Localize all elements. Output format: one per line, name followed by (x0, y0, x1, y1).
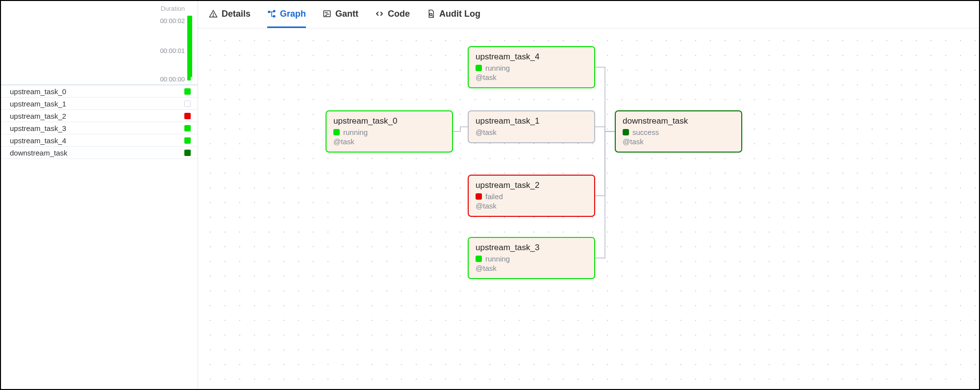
node-title: upstream_task_1 (476, 116, 587, 126)
duration-tick: 00:00:02 (160, 17, 185, 24)
edge-upstream_task_4-downstream_task (595, 67, 615, 131)
node-decorator: @task (623, 137, 734, 146)
graph-node-downstream_task[interactable]: downstream_tasksuccess@task (615, 110, 742, 153)
node-status-label: running (485, 255, 510, 263)
main-panel: DetailsGraphGanttCodeAudit Log upstream_… (198, 1, 979, 389)
tab-label: Gantt (335, 9, 358, 19)
task-row-label: upstream_task_4 (10, 136, 66, 145)
status-chip-running (184, 125, 191, 131)
tab-gantt[interactable]: Gantt (323, 1, 358, 28)
node-status-label: failed (485, 192, 503, 201)
duration-axis: 00:00:02 00:00:01 00:00:00 (1, 14, 185, 80)
edge-upstream_task_2-downstream_task (595, 131, 615, 196)
task-row-downstream_task[interactable]: downstream_task (1, 147, 198, 159)
code-icon (375, 9, 384, 18)
node-status: failed (476, 192, 587, 201)
sidebar: Duration 00:00:02 00:00:01 00:00:00 upst… (1, 1, 198, 389)
node-title: downstream_task (623, 116, 734, 126)
node-decorator: @task (333, 137, 445, 146)
task-list: upstream_task_0upstream_task_1upstream_t… (1, 85, 198, 159)
node-status-label: success (632, 128, 659, 136)
task-row-label: upstream_task_1 (10, 100, 66, 108)
node-status: running (333, 128, 445, 136)
tab-details[interactable]: Details (209, 1, 251, 28)
task-row-label: upstream_task_3 (10, 124, 66, 132)
details-icon (209, 9, 218, 18)
node-decorator: @task (476, 128, 587, 136)
svg-rect-2 (268, 11, 271, 13)
node-title: upstream_task_3 (476, 243, 587, 253)
edge-upstream_task_3-downstream_task (595, 131, 615, 258)
status-chip-running (184, 88, 191, 95)
tab-label: Details (222, 9, 251, 19)
task-row-upstream_task_0[interactable]: upstream_task_0 (1, 85, 198, 98)
status-chip-running (184, 137, 191, 144)
graph-node-upstream_task_2[interactable]: upstream_task_2failed@task (468, 175, 595, 217)
duration-axis-label: Duration (161, 5, 185, 12)
tab-label: Code (388, 9, 410, 19)
node-status: running (476, 255, 587, 263)
graph-node-upstream_task_1[interactable]: upstream_task_1@task (468, 110, 595, 143)
node-title: upstream_task_2 (476, 181, 587, 190)
task-row-label: upstream_task_0 (10, 87, 66, 96)
tab-graph[interactable]: Graph (267, 1, 306, 28)
status-dot-running (476, 256, 482, 262)
svg-point-1 (213, 16, 213, 16)
svg-rect-4 (273, 15, 276, 18)
status-dot-running (476, 65, 482, 71)
node-title: upstream_task_0 (333, 116, 445, 126)
graph-canvas[interactable]: upstream_task_0running@taskupstream_task… (198, 28, 979, 389)
svg-line-10 (432, 16, 433, 17)
tab-label: Graph (280, 9, 306, 19)
tab-bar: DetailsGraphGanttCodeAudit Log (198, 1, 979, 28)
duration-panel: Duration 00:00:02 00:00:01 00:00:00 (1, 1, 198, 85)
task-row-label: upstream_task_2 (10, 112, 66, 120)
edge-upstream_task_0-upstream_task_1 (453, 127, 468, 132)
tab-auditlog[interactable]: Audit Log (427, 1, 480, 28)
gantt-icon (323, 9, 331, 18)
node-status-label: running (485, 64, 510, 72)
status-chip-none (184, 101, 191, 107)
duration-tick: 00:00:01 (160, 47, 185, 54)
status-dot-failed (476, 193, 482, 200)
status-dot-running (333, 129, 340, 135)
edge-upstream_task_1-downstream_task (595, 127, 615, 132)
graph-node-upstream_task_3[interactable]: upstream_task_3running@task (468, 237, 595, 279)
task-row-upstream_task_2[interactable]: upstream_task_2 (1, 110, 198, 122)
graph-node-upstream_task_4[interactable]: upstream_task_4running@task (468, 46, 595, 88)
auditlog-icon (427, 9, 435, 18)
task-row-upstream_task_4[interactable]: upstream_task_4 (1, 134, 198, 147)
svg-point-9 (430, 13, 432, 16)
graph-icon (267, 9, 276, 18)
node-decorator: @task (476, 202, 587, 210)
duration-tick: 00:00:00 (160, 76, 185, 83)
tab-label: Audit Log (439, 9, 480, 19)
tab-code[interactable]: Code (375, 1, 410, 28)
node-status: success (623, 128, 734, 136)
task-row-label: downstream_task (10, 149, 68, 157)
node-decorator: @task (476, 73, 587, 81)
duration-bar[interactable] (187, 16, 192, 80)
task-row-upstream_task_3[interactable]: upstream_task_3 (1, 122, 198, 134)
node-title: upstream_task_4 (476, 52, 587, 62)
status-dot-success (623, 129, 629, 135)
node-status: running (476, 64, 587, 72)
play-marker-icon (191, 77, 194, 81)
node-status-label: running (343, 128, 368, 136)
svg-rect-3 (273, 10, 276, 13)
node-decorator: @task (476, 264, 587, 272)
status-chip-failed (184, 113, 191, 119)
status-chip-success (184, 150, 191, 156)
task-row-upstream_task_1[interactable]: upstream_task_1 (1, 98, 198, 110)
graph-node-upstream_task_0[interactable]: upstream_task_0running@task (326, 110, 453, 153)
